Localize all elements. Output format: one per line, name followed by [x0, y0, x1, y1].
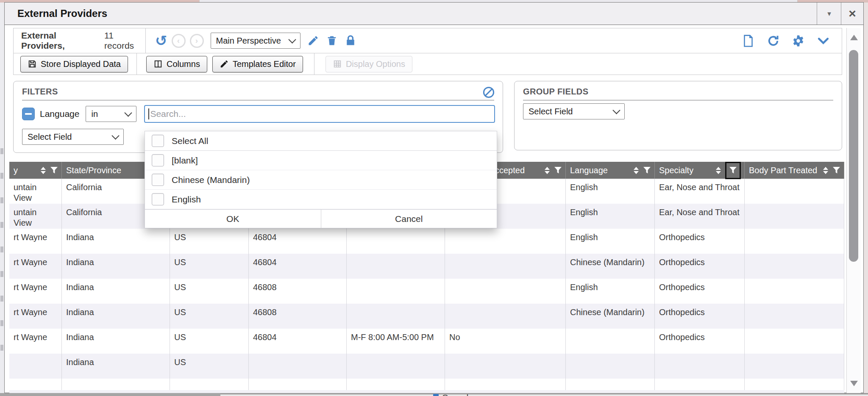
table-row[interactable]: rt WayneIndianaUS46804M-F 8:00 AM-5:00 P…: [9, 329, 844, 354]
scrollbar-thumb[interactable]: [849, 50, 858, 262]
group-fields-heading: GROUP FIELDS: [523, 81, 833, 100]
background-text-fragments: [0, 130, 3, 367]
remove-filter-button[interactable]: [22, 108, 35, 120]
background-search-fragment: Search: [433, 393, 472, 396]
table-cell: [347, 229, 445, 254]
filter-search-wrap: [144, 105, 495, 123]
delete-perspective-icon[interactable]: [326, 35, 338, 47]
header-icons: [545, 166, 562, 174]
group-field-select[interactable]: Select Field: [523, 103, 625, 119]
close-icon: ×: [849, 6, 856, 21]
perspective-select[interactable]: Main Perspective: [211, 33, 300, 49]
table-cell: US: [170, 279, 249, 304]
checkbox[interactable]: [152, 193, 164, 205]
table-cell: Indiana: [62, 254, 170, 279]
display-options-label: Display Options: [346, 59, 405, 69]
filter-option[interactable]: Chinese (Mandarin): [145, 170, 497, 190]
perspective-value: Main Perspective: [216, 36, 281, 46]
table-cell: [745, 379, 844, 390]
columns-label: Columns: [167, 59, 200, 69]
refresh-icon[interactable]: [767, 34, 780, 47]
sort-icon[interactable]: [545, 167, 550, 174]
filter-icon-focused[interactable]: [725, 162, 741, 179]
records-count: 11 records: [104, 30, 145, 51]
add-filter-row: Select Field: [22, 129, 124, 145]
chevron-down-icon: [288, 36, 296, 43]
checkbox[interactable]: [152, 135, 164, 147]
table-cell: Ear, Nose and Throat: [655, 179, 745, 204]
filter-operator-select[interactable]: in: [86, 106, 136, 122]
column-header-body-part-treated[interactable]: Body Part Treated: [745, 162, 844, 179]
table-cell: English: [566, 204, 655, 229]
column-header-language[interactable]: Language: [566, 162, 655, 179]
table-row[interactable]: [9, 379, 844, 390]
table-cell: Indiana: [62, 329, 170, 354]
column-header-specialty[interactable]: Specialty: [655, 162, 745, 179]
filter-search-input[interactable]: [144, 105, 495, 123]
grid-icon: [333, 59, 342, 69]
sort-icon[interactable]: [634, 167, 639, 174]
table-cell: [347, 279, 445, 304]
table-row[interactable]: rt WayneIndianaUS46804EnglishOrthopedics: [9, 229, 844, 254]
table-cell: Chinese (Mandarin): [566, 304, 655, 329]
lock-icon[interactable]: [345, 35, 356, 47]
table-row[interactable]: rt WayneIndianaUS46808EnglishOrthopedics: [9, 279, 844, 304]
collapse-toolbar-icon[interactable]: [817, 34, 830, 47]
table-cell: US: [170, 254, 249, 279]
filter-option[interactable]: English: [145, 190, 497, 209]
column-label: y: [14, 166, 18, 175]
table-cell: [62, 379, 170, 390]
table-cell: [566, 354, 655, 379]
table-cell: [347, 354, 445, 379]
table-cell: No: [445, 329, 566, 354]
edit-perspective-icon[interactable]: [307, 35, 319, 47]
columns-button[interactable]: Columns: [146, 56, 207, 72]
new-document-icon[interactable]: [742, 34, 755, 47]
records-title: External Providers,: [21, 30, 102, 51]
scroll-down-arrow-icon[interactable]: [850, 381, 858, 386]
dialog-close-button[interactable]: ×: [841, 3, 863, 25]
add-filter-field-select[interactable]: Select Field: [22, 129, 124, 145]
filter-icon[interactable]: [832, 166, 840, 174]
filter-icon[interactable]: [643, 166, 651, 174]
store-displayed-data-button[interactable]: Store Displayed Data: [20, 56, 128, 72]
clear-filters-icon[interactable]: [482, 86, 495, 99]
checkbox[interactable]: [152, 154, 164, 166]
nav-back-icon[interactable]: ‹: [172, 34, 186, 48]
table-row[interactable]: rt WayneIndianaUS46804Chinese (Mandarin)…: [9, 254, 844, 279]
column-header-y[interactable]: y: [9, 162, 62, 179]
checkbox[interactable]: [152, 174, 164, 186]
group-field-value: Select Field: [529, 107, 573, 116]
column-label: Specialty: [659, 166, 693, 175]
filter-option-list: Select All[blank]Chinese (Mandarin)Engli…: [145, 131, 497, 209]
ok-button[interactable]: OK: [145, 210, 321, 228]
table-cell: Chinese (Mandarin): [566, 254, 655, 279]
dialog-collapse-button[interactable]: ▾: [817, 3, 841, 25]
table-cell: [655, 379, 745, 390]
templates-editor-button[interactable]: Templates Editor: [212, 56, 303, 72]
filter-option[interactable]: Select All: [145, 131, 497, 151]
undo-icon[interactable]: ↺: [155, 33, 167, 48]
background-bottom-panel-edge: [220, 394, 868, 396]
filter-icon[interactable]: [554, 166, 562, 174]
text-caret: [148, 108, 149, 119]
table-cell: [347, 254, 445, 279]
option-label: Select All: [172, 136, 208, 146]
column-label: Body Part Treated: [749, 166, 817, 175]
cancel-button[interactable]: Cancel: [321, 210, 497, 228]
table-cell: [249, 379, 347, 390]
filter-icon[interactable]: [50, 166, 58, 174]
scroll-up-arrow-icon[interactable]: [850, 35, 858, 40]
table-row[interactable]: IndianaUS: [9, 354, 844, 379]
vertical-scrollbar[interactable]: [846, 28, 861, 393]
nav-forward-icon[interactable]: ›: [190, 34, 204, 48]
sort-icon[interactable]: [716, 167, 721, 174]
filter-option[interactable]: [blank]: [145, 151, 497, 170]
table-row[interactable]: rt WayneIndianaUS46808Chinese (Mandarin)…: [9, 304, 844, 329]
header-icons: [823, 166, 840, 174]
sort-icon[interactable]: [823, 167, 828, 174]
sort-icon[interactable]: [41, 167, 46, 174]
table-cell: [249, 354, 347, 379]
gear-icon[interactable]: [792, 34, 805, 47]
toolbar-panel: External Providers, 11 records ↺ ‹ › Mai…: [13, 28, 842, 75]
